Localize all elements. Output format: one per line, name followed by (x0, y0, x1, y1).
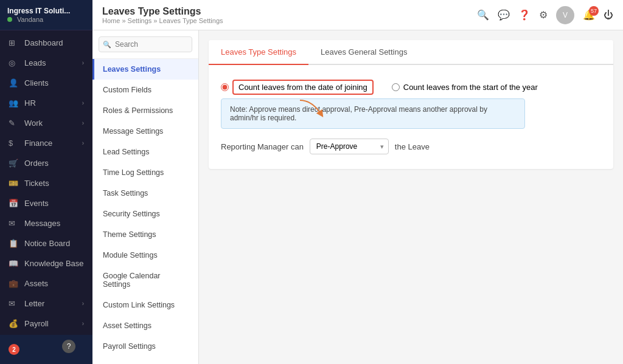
note-box: Note: Approve means direct approval, Pre… (221, 98, 525, 129)
search-inner-icon: 🔍 (103, 41, 111, 49)
settings-icon[interactable]: ⚙ (539, 9, 548, 21)
approval-select[interactable]: Pre-Approve Approve Reject (310, 139, 389, 154)
search-icon[interactable]: 🔍 (477, 9, 489, 21)
arrow-annotation (294, 97, 330, 122)
radio-label-year: Count leaves from the start of the year (403, 83, 538, 92)
sidebar-item-payroll[interactable]: 💰 Payroll › (0, 314, 92, 334)
sidebar-item-work[interactable]: ✎ Work › (0, 113, 92, 133)
hr-icon: 👥 (9, 98, 19, 108)
radio-input-joining[interactable] (221, 83, 229, 91)
sidebar-item-messages[interactable]: ✉ Messages (0, 213, 92, 233)
help-icon[interactable]: ❓ (518, 9, 531, 21)
approval-select-wrapper: Pre-Approve Approve Reject (310, 139, 389, 154)
sidebar-footer: 2 ? (0, 335, 92, 364)
tab-leaves-type-settings[interactable]: Leaves Type Settings (209, 40, 308, 65)
topbar: Leaves Type Settings Home » Settings » L… (92, 0, 623, 30)
leads-icon: ◎ (9, 58, 19, 67)
chevron-right-icon: › (82, 140, 84, 146)
sidebar-footer-badge: 2 (9, 344, 19, 355)
secondary-nav-message-settings[interactable]: Message Settings (92, 121, 198, 142)
secondary-nav-lead-settings[interactable]: Lead Settings (92, 142, 198, 162)
manager-label: Reporting Manager can (221, 142, 304, 151)
secondary-nav-security-settings[interactable]: Security Settings (92, 204, 198, 224)
secondary-nav-roles-permissions[interactable]: Roles & Permissions (92, 100, 198, 121)
work-icon: ✎ (9, 118, 19, 128)
knowledge-base-icon: 📖 (9, 259, 19, 268)
search-box: 🔍 (92, 30, 198, 59)
sidebar-item-dashboard[interactable]: ⊞ Dashboard (0, 33, 92, 53)
main-panel: Leaves Type Settings Leaves General Sett… (199, 30, 623, 364)
chevron-right-icon: › (82, 320, 84, 327)
sidebar-item-events[interactable]: 📅 Events (0, 193, 92, 213)
page-title: Leaves Type Settings (102, 6, 223, 17)
events-icon: 📅 (9, 199, 19, 208)
settings-card: Leaves Type Settings Leaves General Sett… (209, 40, 613, 169)
user-status-dot (7, 17, 12, 22)
assets-icon: 💼 (9, 279, 19, 288)
main-area: Leaves Type Settings Home » Settings » L… (92, 0, 623, 364)
sidebar-item-leads[interactable]: ◎ Leads › (0, 53, 92, 73)
chevron-right-icon: › (82, 300, 84, 307)
sidebar-item-purchase[interactable]: 🛍 Purchase › (0, 334, 92, 335)
secondary-nav-task-settings[interactable]: Task Settings (92, 183, 198, 204)
dashboard-icon: ⊞ (9, 38, 19, 47)
sidebar-item-tickets[interactable]: 🎫 Tickets (0, 173, 92, 193)
sidebar-item-hr[interactable]: 👥 HR › (0, 93, 92, 113)
manager-row: Reporting Manager can Pre-Approve Approv… (221, 139, 601, 154)
sidebar-item-finance[interactable]: $ Finance › (0, 133, 92, 153)
tabs-bar: Leaves Type Settings Leaves General Sett… (209, 40, 613, 65)
power-icon[interactable]: ⏻ (604, 10, 613, 21)
avatar[interactable]: V (556, 6, 574, 24)
tab-leaves-general-settings[interactable]: Leaves General Settings (308, 40, 419, 65)
content-wrapper: 🔍 Leaves Settings Custom Fields Roles & … (92, 30, 623, 364)
sidebar-item-knowledge-base[interactable]: 📖 Knowledge Base (0, 253, 92, 273)
topbar-right: 🔍 💬 ❓ ⚙ V 🔔 57 ⏻ (477, 6, 613, 24)
radio-option-joining-date[interactable]: Count leaves from the date of joining (221, 80, 374, 95)
radio-option-year-start[interactable]: Count leaves from the start of the year (392, 83, 538, 92)
topbar-left: Leaves Type Settings Home » Settings » L… (102, 6, 223, 24)
chevron-right-icon: › (82, 120, 84, 126)
payroll-icon: 💰 (9, 319, 19, 328)
messages-icon: ✉ (9, 219, 19, 228)
clients-icon: 👤 (9, 78, 19, 88)
secondary-nav-leaves-settings[interactable]: Leaves Settings (92, 59, 198, 80)
search-input[interactable] (99, 36, 192, 52)
sidebar-item-letter[interactable]: ✉ Letter › (0, 294, 92, 314)
chevron-right-icon: › (82, 100, 84, 106)
orders-icon: 🛒 (9, 159, 19, 168)
sidebar-item-orders[interactable]: 🛒 Orders (0, 153, 92, 173)
secondary-nav-payroll-settings[interactable]: Payroll Settings (92, 336, 198, 357)
radio-group: Count leaves from the date of joining Co… (221, 80, 601, 95)
radio-input-year[interactable] (392, 83, 400, 91)
radio-label-joining: Count leaves from the date of joining (232, 80, 374, 95)
secondary-nav-asset-settings[interactable]: Asset Settings (92, 315, 198, 336)
secondary-nav-google-calendar[interactable]: Google Calendar Settings (92, 266, 198, 295)
notice-board-icon: 📋 (9, 239, 19, 248)
letter-icon: ✉ (9, 299, 19, 308)
sidebar-item-assets[interactable]: 💼 Assets (0, 273, 92, 294)
secondary-nav-theme-settings[interactable]: Theme Settings (92, 224, 198, 245)
finance-icon: $ (9, 139, 19, 148)
sidebar-item-clients[interactable]: 👤 Clients (0, 73, 92, 93)
secondary-nav-custom-fields[interactable]: Custom Fields (92, 80, 198, 100)
secondary-nav-module-settings[interactable]: Module Settings (92, 245, 198, 266)
secondary-nav-custom-link[interactable]: Custom Link Settings (92, 295, 198, 315)
notifications-icon[interactable]: 🔔 57 (583, 9, 595, 21)
sidebar-header: Ingress IT Soluti... Vandana (0, 0, 92, 30)
main-sidebar: Ingress IT Soluti... Vandana ⊞ Dashboard… (0, 0, 92, 364)
tickets-icon: 🎫 (9, 179, 19, 188)
tab-content: Count leaves from the date of joining Co… (209, 65, 613, 169)
chat-icon[interactable]: 💬 (498, 9, 510, 21)
secondary-nav-purchase-settings[interactable]: Purchase Settings (92, 357, 198, 364)
sidebar-item-notice-board[interactable]: 📋 Notice Board (0, 233, 92, 253)
secondary-sidebar: 🔍 Leaves Settings Custom Fields Roles & … (92, 30, 199, 364)
notification-badge: 57 (589, 6, 599, 16)
chevron-right-icon: › (82, 60, 84, 66)
note-text: Note: Approve means direct approval, Pre… (230, 105, 487, 122)
breadcrumb: Home » Settings » Leaves Type Settings (102, 17, 223, 24)
secondary-nav-time-log-settings[interactable]: Time Log Settings (92, 162, 198, 183)
help-icon[interactable]: ? (62, 340, 75, 353)
leave-suffix: the Leave (395, 142, 430, 151)
sidebar-user: Vandana (7, 16, 70, 23)
app-name: Ingress IT Soluti... (7, 7, 70, 16)
